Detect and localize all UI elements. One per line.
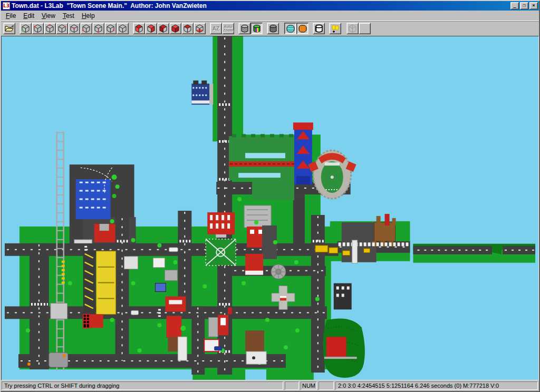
wire-cube-icon (33, 24, 42, 33)
menu-file[interactable]: File (2, 11, 20, 21)
red-cube-icon (147, 24, 156, 33)
render-stats: 2:0 3:0 4:2454515 5:1251164 6.246 second… (335, 381, 538, 390)
shading-gray-button[interactable] (238, 23, 250, 34)
wire-cube-icon (70, 24, 79, 33)
az-button: AZ (210, 23, 222, 34)
window-title: Town.dat - L3Lab "Town Scene Main." Auth… (12, 2, 510, 9)
monorail-station (51, 303, 68, 319)
menu-bar: File Edit View Test Help (1, 11, 539, 21)
status-message: Try pressing CTRL or SHIFT during draggi… (2, 381, 283, 390)
south-apron-2 (266, 367, 314, 380)
color-cylinder-icon (252, 24, 262, 33)
open-file-button[interactable] (3, 23, 15, 34)
red-cube-button-6[interactable] (194, 23, 206, 34)
flat-shading-button[interactable] (267, 23, 279, 34)
open-folder-icon (5, 25, 14, 32)
view-cube-button-7[interactable] (92, 23, 104, 34)
minimize-button[interactable]: _ (510, 2, 519, 9)
gray-cylinder-icon (240, 24, 249, 33)
cyan-sphere-icon (286, 24, 295, 33)
east-road-island (413, 244, 535, 263)
shading-color-button[interactable] (250, 23, 263, 34)
view-cube-button-6[interactable] (80, 23, 92, 34)
view-cube-button-3[interactable] (44, 23, 56, 34)
castle-tower (293, 122, 313, 184)
view-cube-button-9[interactable] (117, 23, 129, 34)
town-hall (207, 212, 235, 238)
outline-mode-button[interactable] (313, 23, 325, 34)
ufo-dish (271, 264, 286, 279)
lights-icon (331, 24, 340, 33)
viewport-canvas[interactable] (2, 36, 538, 380)
orange-checker-icon (298, 24, 307, 33)
wire-cube-icon (57, 24, 66, 33)
status-cell-2 (319, 381, 334, 390)
view-cube-button-2[interactable] (32, 23, 44, 34)
outlined-cylinder-icon (314, 24, 324, 33)
texture-surface-button[interactable] (296, 23, 308, 34)
red-cube-button-4[interactable] (169, 23, 181, 34)
wire-cube-icon (82, 24, 91, 33)
menu-help[interactable]: Help (78, 11, 99, 21)
dark-cylinder-icon (268, 24, 278, 33)
view-cube-button-1[interactable] (20, 23, 32, 34)
lights-button[interactable] (329, 23, 341, 34)
numlock-indicator: NUM (301, 381, 317, 390)
menu-test[interactable]: Test (59, 11, 78, 21)
view-cube-button-5[interactable] (68, 23, 80, 34)
wire-cube-icon (45, 24, 54, 33)
toolbar: AZ AutoZoom (1, 21, 539, 36)
auto-zoom-button: AutoZoom (222, 23, 234, 34)
gray-wire-cube-icon (348, 24, 357, 33)
red-cube-button-2[interactable] (145, 23, 157, 34)
restore-button[interactable]: ❐ (520, 2, 528, 9)
window-controls: _ ❐ × (510, 2, 538, 9)
wire-cube-icon (21, 24, 30, 33)
red-cube-icon (195, 24, 204, 33)
red-cube-icon (183, 24, 192, 33)
red-cube-icon (159, 24, 168, 33)
wire-cube-icon (106, 24, 115, 33)
red-cube-button-5[interactable] (181, 23, 194, 34)
title-bar[interactable]: L3 Town.dat - L3Lab "Town Scene Main." A… (1, 1, 539, 11)
scene-viewport[interactable] (1, 36, 539, 380)
smooth-surface-button[interactable] (284, 23, 296, 34)
close-button[interactable]: × (529, 2, 538, 9)
wire-cube-icon (94, 24, 103, 33)
wire-cube-icon (118, 24, 127, 33)
menu-view[interactable]: View (38, 11, 59, 21)
south-hill (323, 318, 365, 378)
central-park (206, 239, 236, 266)
blue-building-north (191, 81, 213, 105)
red-cube-button-1[interactable] (133, 23, 145, 34)
red-cube-icon (171, 24, 180, 33)
status-bar: Try pressing CTRL or SHIFT during draggi… (1, 380, 539, 391)
app-icon: L3 (3, 2, 10, 9)
red-cube-button-3[interactable] (157, 23, 169, 34)
status-cell-1 (285, 381, 299, 390)
blank-button[interactable] (359, 23, 371, 34)
app-window: L3 Town.dat - L3Lab "Town Scene Main." A… (0, 0, 540, 392)
view-cube-button-8[interactable] (104, 23, 117, 34)
red-cube-icon (134, 24, 143, 33)
view-cube-button-4[interactable] (56, 23, 68, 34)
menu-edit[interactable]: Edit (20, 11, 38, 21)
spin-model-button (346, 23, 359, 34)
